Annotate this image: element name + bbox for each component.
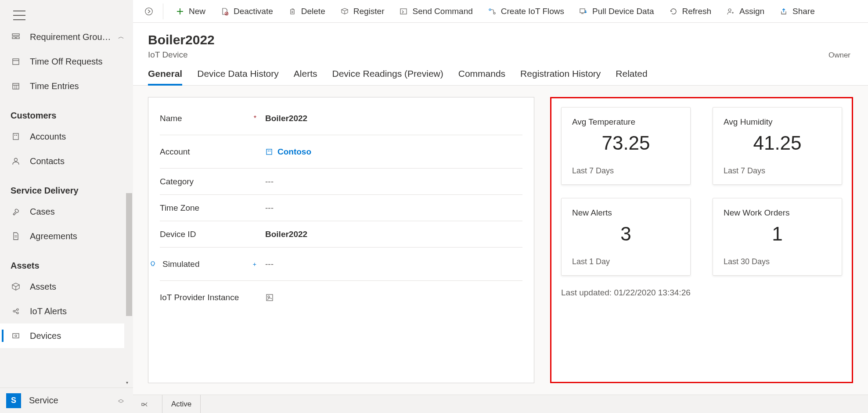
svg-rect-11 [16, 135, 17, 136]
sidebar-item-cases[interactable]: Cases [0, 199, 133, 224]
person-icon [11, 156, 21, 166]
field-device-id[interactable]: Device ID Boiler2022 [160, 221, 522, 248]
svg-point-17 [17, 312, 18, 314]
field-label: IoT Provider Instance [160, 293, 239, 302]
sidebar-item-assets[interactable]: Assets [0, 274, 133, 299]
refresh-button[interactable]: Refresh [663, 3, 718, 20]
field-simulated[interactable]: Simulated + --- [160, 248, 522, 281]
svg-rect-10 [14, 135, 15, 136]
tab-commands[interactable]: Commands [458, 68, 505, 85]
cube-icon [11, 281, 21, 292]
tabs: General Device Data History Alerts Devic… [133, 64, 868, 86]
sidebar-item-time-off-requests[interactable]: Time Off Requests [0, 49, 133, 74]
chevron-circle-icon [144, 7, 153, 16]
svg-point-12 [14, 158, 18, 162]
sidebar-item-accounts[interactable]: Accounts [0, 124, 133, 149]
register-button[interactable]: Register [334, 3, 391, 20]
toolbar-label: Pull Device Data [592, 7, 654, 16]
delete-button[interactable]: Delete [282, 3, 331, 20]
field-value-link[interactable]: Contoso [265, 147, 311, 157]
svg-rect-35 [267, 149, 272, 154]
field-account[interactable]: Account Contoso [160, 135, 522, 169]
svg-rect-3 [13, 59, 19, 65]
toolbar-label: Send Command [412, 7, 472, 16]
sidebar-item-iot-alerts[interactable]: IoT Alerts [0, 299, 133, 323]
alert-icon [11, 306, 21, 316]
document-icon [11, 231, 21, 241]
register-icon [340, 7, 349, 16]
create-iot-flows-button[interactable]: Create IoT Flows [482, 3, 570, 20]
sidebar-item-requirement-group[interactable]: Requirement Grou… ︿ [0, 25, 133, 49]
svg-point-31 [493, 12, 495, 14]
card-subtitle: Last 1 Day [572, 257, 680, 266]
svg-rect-5 [13, 83, 19, 89]
chevron-down-icon[interactable]: ▾ [126, 380, 128, 385]
field-value: Boiler2022 [265, 114, 307, 123]
refresh-icon [669, 7, 678, 16]
share-icon [779, 7, 788, 16]
field-value: --- [265, 203, 274, 213]
share-button[interactable]: Share [773, 3, 821, 20]
hamburger-menu-icon[interactable] [13, 11, 25, 20]
svg-rect-20 [13, 334, 19, 338]
sidebar-item-label: Requirement Grou… [30, 32, 111, 42]
tab-registration-history[interactable]: Registration History [520, 68, 601, 85]
field-name[interactable]: Name* Boiler2022 [160, 102, 522, 135]
nav-list: Requirement Grou… ︿ Time Off Requests Ti… [0, 25, 133, 388]
account-icon [265, 148, 273, 156]
pull-icon [579, 7, 588, 16]
page-title: Boiler2022 [148, 32, 215, 47]
app-switcher-label: Service [29, 395, 58, 406]
field-label: Simulated [162, 259, 200, 269]
tab-device-readings[interactable]: Device Readings (Preview) [332, 68, 443, 85]
card-value: 73.25 [572, 132, 680, 154]
svg-rect-37 [270, 151, 270, 151]
card-title: New Work Orders [724, 208, 831, 218]
app-badge: S [6, 393, 21, 408]
field-value: --- [265, 259, 274, 269]
flow-footer-icon[interactable] [141, 400, 149, 408]
send-command-button[interactable]: Send Command [393, 3, 479, 20]
bulb-icon [149, 261, 156, 268]
svg-point-34 [728, 9, 731, 11]
required-indicator: * [254, 115, 256, 122]
field-iot-provider[interactable]: IoT Provider Instance [160, 281, 522, 314]
field-label: Account [160, 147, 190, 157]
tab-general[interactable]: General [148, 68, 182, 85]
field-timezone[interactable]: Time Zone --- [160, 195, 522, 221]
sidebar-footer[interactable]: S Service ︿﹀ [0, 388, 133, 413]
updown-icon: ︿﹀ [118, 397, 124, 404]
sidebar-item-label: Agreements [30, 231, 77, 241]
tab-alerts[interactable]: Alerts [294, 68, 317, 85]
card-value: 41.25 [724, 132, 831, 154]
assign-button[interactable]: Assign [720, 3, 771, 20]
card-subtitle: Last 30 Days [724, 257, 831, 266]
page-subtitle: IoT Device [148, 50, 215, 60]
tab-device-data-history[interactable]: Device Data History [197, 68, 279, 85]
group-icon [11, 32, 21, 42]
tab-related[interactable]: Related [616, 68, 647, 85]
form-panel: Name* Boiler2022 Account Contoso Categor… [148, 97, 534, 383]
sidebar-item-devices[interactable]: Devices [0, 323, 133, 348]
field-category[interactable]: Category --- [160, 169, 522, 195]
pull-device-data-button[interactable]: Pull Device Data [573, 3, 660, 20]
sidebar-item-time-entries[interactable]: Time Entries [0, 74, 133, 98]
provider-icon [265, 293, 274, 302]
new-button[interactable]: New [169, 3, 212, 20]
svg-rect-1 [12, 37, 15, 39]
svg-rect-32 [580, 9, 585, 13]
card-title: Avg Temperature [572, 117, 680, 127]
sidebar-item-contacts[interactable]: Contacts [0, 149, 133, 173]
card-value: 1 [724, 223, 831, 245]
status-badge[interactable]: Active [162, 395, 201, 413]
recommended-indicator: + [253, 261, 256, 268]
deactivate-button[interactable]: Deactivate [214, 3, 279, 20]
back-button[interactable] [141, 3, 157, 20]
sidebar-item-label: Time Off Requests [30, 57, 103, 67]
scrollbar-thumb[interactable] [126, 193, 132, 316]
sidebar-item-agreements[interactable]: Agreements [0, 224, 133, 248]
svg-point-22 [145, 7, 152, 14]
svg-line-19 [15, 312, 17, 313]
sidebar-scrollbar[interactable]: ▾ [124, 0, 133, 387]
toolbar-label: Register [353, 7, 385, 16]
